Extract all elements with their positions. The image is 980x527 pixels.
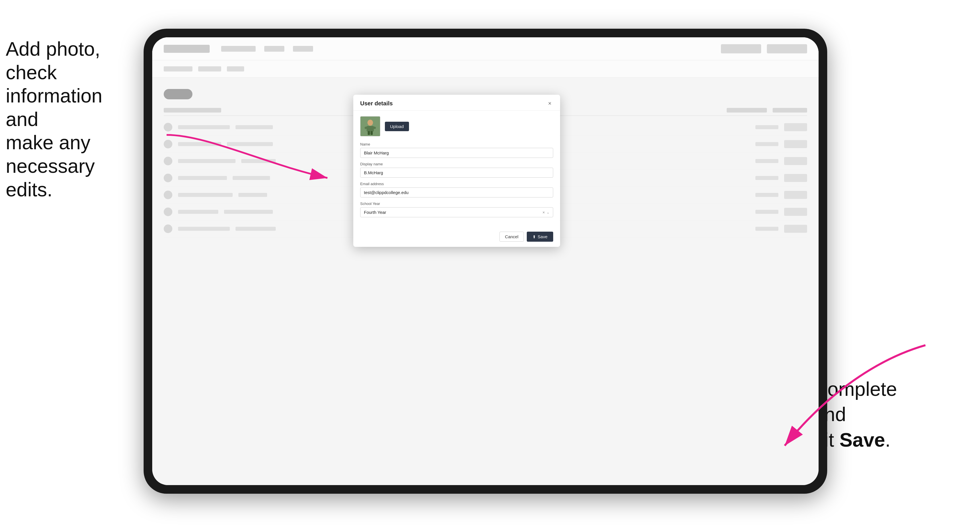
email-input[interactable] [360, 187, 553, 197]
td-action [784, 157, 807, 165]
td-year [756, 176, 778, 180]
upload-photo-button[interactable]: Upload [385, 122, 409, 131]
annotation-right: Complete and hit Save. [813, 376, 934, 452]
user-details-modal: User details × [353, 95, 560, 247]
sub-nav [152, 60, 819, 78]
nav-btn-1 [721, 44, 761, 53]
td-year [756, 227, 778, 231]
td-year [756, 210, 778, 214]
modal-close-button[interactable]: × [546, 100, 553, 107]
school-year-value: Fourth Year [364, 210, 542, 215]
td-name [178, 125, 230, 129]
td-name [178, 142, 221, 146]
nav-link-1 [221, 46, 256, 52]
user-photo-thumbnail [360, 116, 380, 137]
sub-nav-item-3 [227, 66, 244, 71]
td-action [784, 174, 807, 182]
td-action [784, 123, 807, 131]
name-input[interactable] [360, 148, 553, 158]
sub-nav-item-1 [164, 66, 192, 71]
td-email [235, 125, 273, 129]
th-1 [164, 108, 221, 113]
name-label: Name [360, 142, 553, 146]
td-year [756, 193, 778, 197]
content-pill [164, 89, 192, 99]
annotation-left-line4: necessary edits. [6, 155, 95, 200]
save-button[interactable]: ⬆ Save [527, 232, 553, 242]
td-action [784, 140, 807, 148]
select-controls: × ⌄ [542, 210, 549, 215]
td-name [178, 159, 235, 163]
td-avatar [164, 140, 172, 148]
td-email [227, 142, 273, 146]
nav-link-2 [264, 46, 284, 52]
select-clear-icon[interactable]: × [542, 210, 545, 215]
save-icon: ⬆ [533, 235, 536, 239]
annotation-left-line2: information and [6, 85, 102, 130]
annotation-right-bold: Save [840, 429, 885, 451]
svg-rect-6 [371, 131, 373, 135]
nav-logo [164, 45, 210, 53]
modal-footer: Cancel ⬆ Save [353, 228, 560, 247]
top-nav [152, 37, 819, 60]
td-action [784, 208, 807, 216]
td-year [756, 142, 778, 146]
annotation-left-line3: make any [6, 132, 91, 153]
td-avatar [164, 123, 172, 132]
tablet-device: User details × [143, 29, 827, 494]
name-form-group: Name [360, 142, 553, 158]
email-label: Email address [360, 182, 553, 186]
modal-title: User details [360, 100, 393, 107]
school-year-select[interactable]: Fourth Year × ⌄ [360, 207, 553, 217]
nav-right [721, 44, 807, 53]
annotation-left-line1: Add photo, check [6, 38, 100, 83]
svg-point-1 [368, 120, 373, 126]
email-form-group: Email address [360, 182, 553, 197]
td-name [178, 227, 230, 231]
th-3 [773, 108, 807, 113]
td-year [756, 159, 778, 163]
td-year [756, 125, 778, 129]
modal-body: Upload Name Display name Email address [353, 111, 560, 228]
td-email [235, 227, 276, 231]
td-avatar [164, 157, 172, 165]
annotation-left: Add photo, check information and make an… [6, 37, 132, 201]
user-photo-image [361, 116, 380, 136]
tablet-screen: User details × [152, 37, 819, 485]
td-avatar [164, 190, 172, 199]
nav-link-3 [293, 46, 313, 52]
td-avatar [164, 224, 172, 233]
photo-section: Upload [360, 116, 553, 137]
school-year-form-group: School Year Fourth Year × ⌄ [360, 202, 553, 217]
display-name-form-group: Display name [360, 162, 553, 178]
td-email [241, 159, 276, 163]
td-action [784, 191, 807, 199]
school-year-label: School Year [360, 202, 553, 206]
td-avatar [164, 208, 172, 216]
td-email [224, 210, 273, 214]
td-name [178, 210, 218, 214]
annotation-right-end: . [885, 429, 891, 451]
td-email [233, 176, 270, 180]
sub-nav-item-2 [198, 66, 221, 71]
td-action [784, 225, 807, 233]
td-avatar [164, 174, 172, 182]
display-name-label: Display name [360, 162, 553, 166]
select-arrow-icon[interactable]: ⌄ [547, 210, 549, 214]
th-2 [727, 108, 767, 113]
td-name [178, 176, 227, 180]
td-name [178, 193, 233, 197]
display-name-input[interactable] [360, 168, 553, 178]
td-email [239, 193, 267, 197]
nav-links [221, 46, 313, 52]
svg-rect-5 [368, 131, 370, 135]
save-label: Save [538, 234, 547, 239]
cancel-button[interactable]: Cancel [500, 232, 524, 242]
nav-btn-2 [767, 44, 807, 53]
modal-header: User details × [353, 95, 560, 111]
